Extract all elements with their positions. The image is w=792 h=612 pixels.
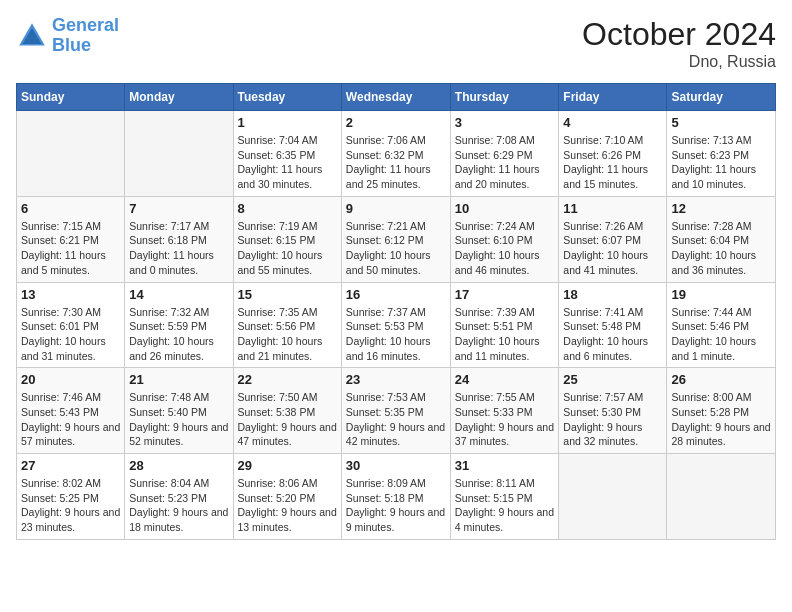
day-cell: 12Sunrise: 7:28 AMSunset: 6:04 PMDayligh… — [667, 196, 776, 282]
day-cell: 17Sunrise: 7:39 AMSunset: 5:51 PMDayligh… — [450, 282, 559, 368]
day-info: Sunrise: 7:50 AMSunset: 5:38 PMDaylight:… — [238, 390, 337, 449]
day-info: Sunrise: 7:39 AMSunset: 5:51 PMDaylight:… — [455, 305, 555, 364]
calendar-body: 1Sunrise: 7:04 AMSunset: 6:35 PMDaylight… — [17, 111, 776, 540]
day-number: 31 — [455, 458, 555, 473]
day-number: 6 — [21, 201, 120, 216]
day-info: Sunrise: 7:21 AMSunset: 6:12 PMDaylight:… — [346, 219, 446, 278]
day-info: Sunrise: 7:06 AMSunset: 6:32 PMDaylight:… — [346, 133, 446, 192]
day-cell: 5Sunrise: 7:13 AMSunset: 6:23 PMDaylight… — [667, 111, 776, 197]
day-info: Sunrise: 7:57 AMSunset: 5:30 PMDaylight:… — [563, 390, 662, 449]
day-number: 3 — [455, 115, 555, 130]
day-info: Sunrise: 8:04 AMSunset: 5:23 PMDaylight:… — [129, 476, 228, 535]
day-info: Sunrise: 7:30 AMSunset: 6:01 PMDaylight:… — [21, 305, 120, 364]
day-number: 4 — [563, 115, 662, 130]
day-info: Sunrise: 7:41 AMSunset: 5:48 PMDaylight:… — [563, 305, 662, 364]
month-title: October 2024 — [582, 16, 776, 53]
day-cell: 1Sunrise: 7:04 AMSunset: 6:35 PMDaylight… — [233, 111, 341, 197]
day-info: Sunrise: 7:35 AMSunset: 5:56 PMDaylight:… — [238, 305, 337, 364]
day-number: 21 — [129, 372, 228, 387]
weekday-sunday: Sunday — [17, 84, 125, 111]
day-number: 23 — [346, 372, 446, 387]
logo-line2: Blue — [52, 35, 91, 55]
day-info: Sunrise: 7:55 AMSunset: 5:33 PMDaylight:… — [455, 390, 555, 449]
day-number: 19 — [671, 287, 771, 302]
day-cell — [17, 111, 125, 197]
day-number: 10 — [455, 201, 555, 216]
day-number: 8 — [238, 201, 337, 216]
day-cell: 22Sunrise: 7:50 AMSunset: 5:38 PMDayligh… — [233, 368, 341, 454]
day-cell: 30Sunrise: 8:09 AMSunset: 5:18 PMDayligh… — [341, 454, 450, 540]
day-info: Sunrise: 8:02 AMSunset: 5:25 PMDaylight:… — [21, 476, 120, 535]
day-number: 11 — [563, 201, 662, 216]
day-info: Sunrise: 7:19 AMSunset: 6:15 PMDaylight:… — [238, 219, 337, 278]
day-number: 15 — [238, 287, 337, 302]
logo-icon — [16, 20, 48, 52]
day-cell: 2Sunrise: 7:06 AMSunset: 6:32 PMDaylight… — [341, 111, 450, 197]
weekday-thursday: Thursday — [450, 84, 559, 111]
day-info: Sunrise: 7:26 AMSunset: 6:07 PMDaylight:… — [563, 219, 662, 278]
day-cell — [559, 454, 667, 540]
day-cell: 13Sunrise: 7:30 AMSunset: 6:01 PMDayligh… — [17, 282, 125, 368]
day-info: Sunrise: 7:44 AMSunset: 5:46 PMDaylight:… — [671, 305, 771, 364]
weekday-wednesday: Wednesday — [341, 84, 450, 111]
day-cell: 18Sunrise: 7:41 AMSunset: 5:48 PMDayligh… — [559, 282, 667, 368]
weekday-tuesday: Tuesday — [233, 84, 341, 111]
day-cell: 28Sunrise: 8:04 AMSunset: 5:23 PMDayligh… — [125, 454, 233, 540]
page-header: General Blue October 2024 Dno, Russia — [16, 16, 776, 71]
week-row-4: 20Sunrise: 7:46 AMSunset: 5:43 PMDayligh… — [17, 368, 776, 454]
day-info: Sunrise: 7:15 AMSunset: 6:21 PMDaylight:… — [21, 219, 120, 278]
day-number: 25 — [563, 372, 662, 387]
day-number: 29 — [238, 458, 337, 473]
day-cell: 20Sunrise: 7:46 AMSunset: 5:43 PMDayligh… — [17, 368, 125, 454]
day-info: Sunrise: 7:04 AMSunset: 6:35 PMDaylight:… — [238, 133, 337, 192]
day-cell — [125, 111, 233, 197]
day-info: Sunrise: 8:09 AMSunset: 5:18 PMDaylight:… — [346, 476, 446, 535]
day-cell: 11Sunrise: 7:26 AMSunset: 6:07 PMDayligh… — [559, 196, 667, 282]
day-info: Sunrise: 7:17 AMSunset: 6:18 PMDaylight:… — [129, 219, 228, 278]
logo-line1: General — [52, 15, 119, 35]
day-info: Sunrise: 7:32 AMSunset: 5:59 PMDaylight:… — [129, 305, 228, 364]
day-number: 7 — [129, 201, 228, 216]
day-info: Sunrise: 7:37 AMSunset: 5:53 PMDaylight:… — [346, 305, 446, 364]
day-cell: 21Sunrise: 7:48 AMSunset: 5:40 PMDayligh… — [125, 368, 233, 454]
day-info: Sunrise: 7:10 AMSunset: 6:26 PMDaylight:… — [563, 133, 662, 192]
day-cell: 25Sunrise: 7:57 AMSunset: 5:30 PMDayligh… — [559, 368, 667, 454]
day-info: Sunrise: 7:46 AMSunset: 5:43 PMDaylight:… — [21, 390, 120, 449]
logo: General Blue — [16, 16, 119, 56]
title-block: October 2024 Dno, Russia — [582, 16, 776, 71]
weekday-header-row: SundayMondayTuesdayWednesdayThursdayFrid… — [17, 84, 776, 111]
day-cell: 14Sunrise: 7:32 AMSunset: 5:59 PMDayligh… — [125, 282, 233, 368]
day-number: 5 — [671, 115, 771, 130]
day-cell: 3Sunrise: 7:08 AMSunset: 6:29 PMDaylight… — [450, 111, 559, 197]
day-cell: 19Sunrise: 7:44 AMSunset: 5:46 PMDayligh… — [667, 282, 776, 368]
day-number: 1 — [238, 115, 337, 130]
day-info: Sunrise: 7:13 AMSunset: 6:23 PMDaylight:… — [671, 133, 771, 192]
day-cell: 23Sunrise: 7:53 AMSunset: 5:35 PMDayligh… — [341, 368, 450, 454]
day-number: 14 — [129, 287, 228, 302]
day-cell: 15Sunrise: 7:35 AMSunset: 5:56 PMDayligh… — [233, 282, 341, 368]
day-info: Sunrise: 7:53 AMSunset: 5:35 PMDaylight:… — [346, 390, 446, 449]
day-cell: 27Sunrise: 8:02 AMSunset: 5:25 PMDayligh… — [17, 454, 125, 540]
day-number: 26 — [671, 372, 771, 387]
calendar-table: SundayMondayTuesdayWednesdayThursdayFrid… — [16, 83, 776, 540]
day-number: 20 — [21, 372, 120, 387]
day-cell: 16Sunrise: 7:37 AMSunset: 5:53 PMDayligh… — [341, 282, 450, 368]
day-number: 27 — [21, 458, 120, 473]
day-number: 30 — [346, 458, 446, 473]
day-info: Sunrise: 7:48 AMSunset: 5:40 PMDaylight:… — [129, 390, 228, 449]
day-number: 16 — [346, 287, 446, 302]
week-row-1: 1Sunrise: 7:04 AMSunset: 6:35 PMDaylight… — [17, 111, 776, 197]
weekday-monday: Monday — [125, 84, 233, 111]
day-number: 9 — [346, 201, 446, 216]
day-info: Sunrise: 8:00 AMSunset: 5:28 PMDaylight:… — [671, 390, 771, 449]
day-info: Sunrise: 7:08 AMSunset: 6:29 PMDaylight:… — [455, 133, 555, 192]
day-cell: 4Sunrise: 7:10 AMSunset: 6:26 PMDaylight… — [559, 111, 667, 197]
day-cell: 6Sunrise: 7:15 AMSunset: 6:21 PMDaylight… — [17, 196, 125, 282]
day-cell: 31Sunrise: 8:11 AMSunset: 5:15 PMDayligh… — [450, 454, 559, 540]
day-cell: 10Sunrise: 7:24 AMSunset: 6:10 PMDayligh… — [450, 196, 559, 282]
day-number: 18 — [563, 287, 662, 302]
week-row-2: 6Sunrise: 7:15 AMSunset: 6:21 PMDaylight… — [17, 196, 776, 282]
day-info: Sunrise: 8:11 AMSunset: 5:15 PMDaylight:… — [455, 476, 555, 535]
day-cell: 24Sunrise: 7:55 AMSunset: 5:33 PMDayligh… — [450, 368, 559, 454]
weekday-friday: Friday — [559, 84, 667, 111]
